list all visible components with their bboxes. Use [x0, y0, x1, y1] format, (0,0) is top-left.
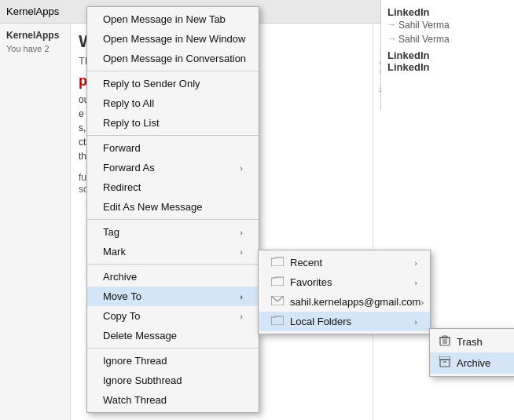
menu-separator-15 — [87, 264, 259, 265]
menu-item-label: Redirect — [103, 181, 141, 193]
linkedin-title: LinkedIn — [387, 6, 508, 18]
moveto-item-recent[interactable]: Recent› — [259, 253, 430, 272]
menu-item-delete-message[interactable]: Delete Message — [87, 326, 259, 345]
menu-item-label: Ignore Subthread — [103, 374, 182, 386]
menu-item-label: Open Message in New Tab — [103, 13, 226, 25]
left-sub: You have 2 — [6, 44, 64, 53]
menu-item-label: Reply to Sender Only — [103, 78, 200, 89]
submenu-arrow-icon: › — [240, 312, 243, 321]
menu-item-label: Forward As — [103, 162, 155, 173]
menu-item-label: Watch Thread — [103, 394, 167, 406]
menu-item-label: Archive — [103, 271, 137, 283]
ta-item-trash[interactable]: Trash — [430, 331, 514, 352]
menu-item-copy-to[interactable]: Copy To› — [87, 306, 259, 326]
menu-item-label: Open Message in Conversation — [103, 53, 246, 64]
menu-item-ignore-subthread[interactable]: Ignore Subthread — [87, 371, 259, 390]
menu-item-forward-as[interactable]: Forward As› — [87, 158, 259, 177]
ta-item-archive[interactable]: Archive — [430, 352, 514, 374]
menu-item-label: Edit As New Message — [103, 201, 202, 213]
linkedin-item-1: Sahil Verma — [387, 18, 508, 32]
submenu-arrow-icon: › — [414, 317, 417, 327]
menu-item-label: Reply to List — [103, 117, 160, 129]
left-panel: KernelApps You have 2 — [0, 24, 71, 420]
menu-item-label: Copy To — [103, 310, 140, 322]
menu-item-reply-to-all[interactable]: Reply to All — [87, 93, 259, 113]
menu-separator-12 — [87, 219, 259, 220]
menu-item-label: Tag — [103, 226, 119, 238]
menu-item-open-message-in-new-window[interactable]: Open Message in New Window — [87, 29, 259, 49]
moveto-item-label: Recent — [290, 257, 322, 268]
menu-item-tag[interactable]: Tag› — [87, 222, 259, 242]
moveto-item-label: Local Folders — [290, 316, 351, 327]
submenu-arrow-icon: › — [240, 247, 243, 257]
folder-icon — [271, 276, 284, 288]
ta-item-label: Archive — [457, 357, 490, 369]
svg-rect-7 — [439, 356, 450, 360]
email-icon — [271, 296, 284, 308]
linkedin-bottom-2: LinkedIn — [387, 61, 508, 73]
menu-separator-20 — [87, 348, 259, 349]
submenu-arrow-icon: › — [414, 278, 417, 287]
moveto-item-favorites[interactable]: Favorites› — [259, 272, 430, 292]
menu-item-label: Reply to All — [103, 97, 154, 109]
menu-item-open-message-in-new-tab[interactable]: Open Message in New Tab — [87, 9, 259, 29]
moveto-item-local-folders[interactable]: Local Folders› — [259, 312, 430, 331]
menu-separator-7 — [87, 135, 259, 136]
menu-item-archive[interactable]: Archive — [87, 267, 259, 287]
ta-item-label: Trash — [457, 336, 483, 348]
moveto-item-label: Favorites — [290, 276, 332, 288]
menu-separator-3 — [87, 71, 259, 71]
menu-item-label: Forward — [103, 142, 141, 154]
menu-item-move-to[interactable]: Move To› — [87, 287, 259, 306]
menu-item-redirect[interactable]: Redirect — [87, 177, 259, 197]
menu-item-label: Delete Message — [103, 330, 177, 341]
moveto-item-label: sahil.kernelapps@gmail.com — [290, 296, 420, 308]
submenu-arrow-icon: › — [240, 292, 243, 301]
menu-item-reply-to-list[interactable]: Reply to List — [87, 113, 259, 133]
menu-item-label: Mark — [103, 246, 126, 257]
menu-item-reply-to-sender-only[interactable]: Reply to Sender Only — [87, 74, 259, 93]
submenu-trash-archive: TrashArchive — [429, 328, 514, 377]
menu-item-watch-thread[interactable]: Watch Thread — [87, 390, 259, 410]
left-title: KernelApps — [6, 30, 64, 41]
menu-item-ignore-thread[interactable]: Ignore Thread — [87, 351, 259, 371]
folder-icon — [271, 257, 284, 268]
menu-item-forward[interactable]: Forward — [87, 138, 259, 158]
submenu-arrow-icon: › — [414, 258, 417, 268]
menu-item-label: Move To — [103, 290, 141, 302]
submenu-arrow-icon: › — [240, 228, 243, 237]
menu-item-label: Open Message in New Window — [103, 33, 245, 45]
menu-item-label: Ignore Thread — [103, 355, 167, 367]
linkedin-item-2: Sahil Verma — [387, 32, 508, 46]
app-title: KernelApps — [6, 5, 59, 17]
submenu-arrow-icon: › — [240, 163, 243, 173]
trash-icon — [439, 335, 450, 349]
menu-item-open-message-in-conversation[interactable]: Open Message in Conversation — [87, 49, 259, 68]
menu-item-edit-as-new-message[interactable]: Edit As New Message — [87, 197, 259, 217]
submenu-moveto: Recent›Favorites›sahil.kernelapps@gmail.… — [258, 250, 431, 334]
submenu-arrow-icon: › — [420, 298, 424, 307]
moveto-item-sahil-kernelapps-gmail-com[interactable]: sahil.kernelapps@gmail.com› — [259, 292, 430, 312]
archive-icon — [439, 356, 450, 370]
svg-rect-3 — [442, 336, 447, 338]
folder-icon — [271, 316, 284, 327]
context-menu: Open Message in New TabOpen Message in N… — [86, 6, 259, 413]
linkedin-bottom-1: LinkedIn — [387, 49, 508, 61]
menu-item-mark[interactable]: Mark› — [87, 242, 259, 261]
svg-rect-8 — [440, 360, 450, 367]
